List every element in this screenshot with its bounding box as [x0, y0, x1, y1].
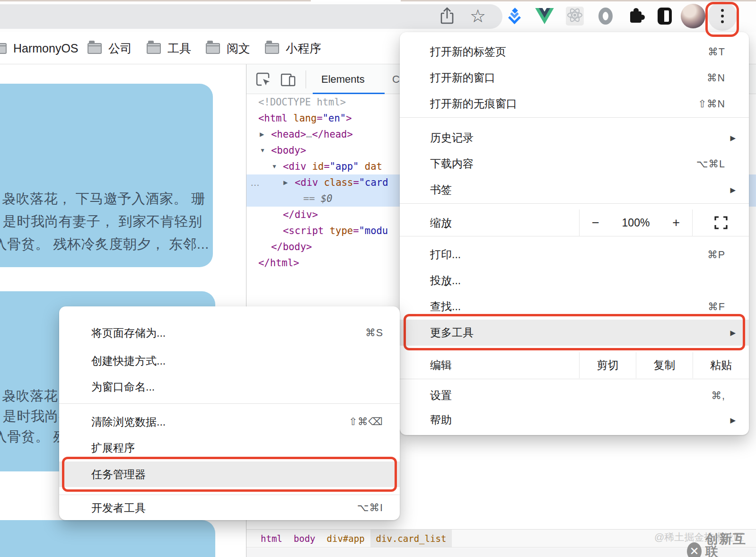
shortcut: ⌥⌘I: [357, 502, 383, 514]
submenu-item-save-page[interactable]: 将页面存储为...⌘S: [59, 320, 400, 346]
code-line[interactable]: </html>: [258, 255, 299, 271]
zoom-in-button[interactable]: +: [672, 216, 680, 230]
code-line[interactable]: <body>: [271, 142, 306, 158]
menu-item-incognito[interactable]: 打开新的无痕窗口⇧⌘N: [400, 91, 749, 117]
toolbar-divider: [306, 70, 306, 88]
bookmark-label: 阅文: [227, 41, 250, 56]
shortcut: ⌘N: [707, 72, 725, 84]
folder-icon: [147, 43, 161, 54]
poem-line: 是时我尚有妻子， 到家不肯轻别: [3, 213, 202, 229]
inspect-element-icon[interactable]: [253, 64, 274, 94]
bookmark-folder-company[interactable]: 公司: [88, 32, 132, 64]
collapse-icon[interactable]: ▼: [272, 158, 277, 174]
submenu-arrow-icon: ▶: [730, 416, 736, 425]
poem-card-1: 袅吹落花， 下马邀予入酒家。 珊 是时我尚有妻子， 到家不肯轻别 入骨贫。 残杯…: [0, 84, 213, 267]
vue-extension-icon[interactable]: [535, 0, 554, 32]
folder-icon: [265, 43, 279, 54]
menu-divider: [400, 117, 749, 118]
paste-button[interactable]: 粘贴: [693, 352, 749, 378]
logo-x-icon: ✕: [687, 542, 702, 557]
expand-icon[interactable]: ▶: [260, 126, 264, 142]
browser-toolbar: ☆: [0, 0, 756, 32]
bookmark-folder-tools[interactable]: 工具: [147, 32, 191, 64]
device-toolbar-icon[interactable]: [278, 64, 299, 94]
folder-icon: [88, 43, 102, 54]
node-overflow-menu[interactable]: …: [250, 174, 260, 191]
code-line[interactable]: <head>…</head>: [271, 126, 353, 142]
zoom-value: 100%: [622, 217, 650, 229]
submenu-arrow-icon: ▶: [730, 134, 736, 142]
address-bar[interactable]: [0, 4, 502, 29]
breadcrumb-body[interactable]: body: [288, 530, 321, 547]
menu-item-cast[interactable]: 投放...: [400, 268, 749, 294]
menu-divider: [400, 236, 749, 236]
breadcrumb-div-app[interactable]: div#app: [321, 530, 370, 547]
fullscreen-button[interactable]: [693, 209, 749, 236]
tab-elements[interactable]: Elements: [321, 64, 365, 94]
logo-title: 创新互联: [705, 533, 756, 557]
menu-item-history[interactable]: 历史记录▶: [400, 125, 749, 151]
menu-item-help[interactable]: 帮助▶: [400, 407, 749, 433]
reader-extension-icon[interactable]: [655, 0, 674, 32]
bookmark-label: 小程序: [286, 41, 321, 56]
profile-avatar[interactable]: [680, 0, 706, 32]
bookmark-star-icon[interactable]: ☆: [467, 0, 488, 32]
menu-item-more-tools[interactable]: 更多工具▶: [400, 320, 749, 346]
code-line[interactable]: <script type="modu: [283, 223, 388, 239]
shortcut: ⌘S: [365, 327, 383, 339]
fullscreen-icon: [714, 216, 728, 229]
code-line[interactable]: </div>: [283, 207, 318, 223]
bookmark-folder-reading[interactable]: 阅文: [206, 32, 250, 64]
poem-line: 袅吹落花， 下马邀予入酒家。 珊: [2, 191, 205, 207]
menu-divider: [400, 203, 749, 204]
submenu-item-extensions[interactable]: 扩展程序: [59, 435, 400, 461]
code-line[interactable]: <html lang="en">: [258, 110, 352, 126]
active-tab-notch: [311, 0, 401, 1]
menu-item-new-window[interactable]: 打开新的窗口⌘N: [400, 65, 749, 91]
poem-line: 入骨贫。 残杯冷炙度朝夕， 东邻...: [0, 236, 209, 252]
menu-item-new-tab[interactable]: 打开新的标签页⌘T: [400, 39, 749, 65]
menu-item-downloads[interactable]: 下载内容⌥⌘L: [400, 151, 749, 177]
shortcut: ⌥⌘L: [696, 158, 725, 170]
bookmark-label: 工具: [167, 41, 191, 56]
bookmark-folder-harmonyos[interactable]: HarmonyOS: [0, 32, 79, 64]
highlight-box-menu-button: [705, 2, 739, 37]
code-line[interactable]: </body>: [271, 239, 312, 255]
menu-item-zoom: 缩放 − 100% +: [400, 209, 749, 236]
copy-button[interactable]: 复制: [636, 352, 693, 378]
expand-icon[interactable]: ▶: [283, 174, 288, 191]
shortcut: ⌘,: [712, 390, 725, 402]
share-icon[interactable]: [438, 0, 457, 32]
cut-button[interactable]: 剪切: [579, 352, 636, 378]
shortcut: ⇧⌘⌫: [349, 416, 383, 428]
bookmark-folder-miniprogram[interactable]: 小程序: [265, 32, 321, 64]
browser-menu: 打开新的标签页⌘T 打开新的窗口⌘N 打开新的无痕窗口⇧⌘N 历史记录▶ 下载内…: [400, 32, 749, 435]
code-line-selected[interactable]: <div class="card: [295, 174, 388, 191]
bookmark-label: HarmonyOS: [13, 42, 79, 55]
browser-window: ☆ HarmonyOS 公司 工: [0, 0, 756, 557]
menu-item-print[interactable]: 打印...⌘P: [400, 242, 749, 268]
collapse-icon[interactable]: ▼: [260, 142, 265, 158]
juejin-extension-icon[interactable]: [505, 0, 524, 32]
menu-item-settings[interactable]: 设置⌘,: [400, 383, 749, 409]
breadcrumb-html[interactable]: html: [255, 530, 288, 547]
code-line[interactable]: <!DOCTYPE html>: [258, 94, 346, 110]
folder-icon: [206, 43, 220, 54]
menu-item-edit: 编辑 剪切 复制 粘贴: [400, 352, 749, 378]
devtools-bottom-strip: [246, 548, 756, 557]
ring-extension-icon[interactable]: [596, 0, 615, 32]
breadcrumb-div-card-list[interactable]: div.card_list: [370, 530, 452, 547]
shortcut: ⌘T: [708, 46, 725, 58]
menu-item-find[interactable]: 查找...⌘F: [400, 294, 749, 320]
zoom-out-button[interactable]: −: [592, 216, 599, 230]
submenu-item-dev-tools[interactable]: 开发者工具⌥⌘I: [59, 496, 400, 519]
poem-card-3: [0, 520, 215, 557]
extensions-puzzle-icon[interactable]: [625, 0, 646, 32]
submenu-item-clear-data[interactable]: 清除浏览数据...⇧⌘⌫: [59, 409, 400, 435]
submenu-item-task-manager[interactable]: 任务管理器: [59, 461, 400, 487]
submenu-item-create-shortcut[interactable]: 创建快捷方式...: [59, 348, 400, 374]
react-extension-icon[interactable]: [565, 0, 585, 32]
menu-item-bookmarks[interactable]: 书签▶: [400, 177, 749, 203]
code-line[interactable]: <div id="app" dat: [283, 158, 382, 174]
submenu-item-name-window[interactable]: 为窗口命名...: [59, 374, 400, 400]
